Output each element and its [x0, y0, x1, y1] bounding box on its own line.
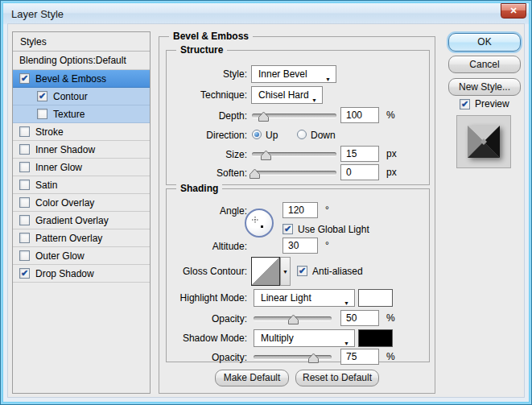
shadow-color-swatch[interactable]	[358, 329, 393, 347]
slider-track[interactable]	[252, 171, 336, 175]
styles-header: Styles	[13, 32, 150, 52]
ok-button[interactable]: OK	[448, 33, 521, 52]
depth-unit: %	[386, 110, 395, 121]
style-row: Style: Inner Bevel ▼	[175, 65, 424, 83]
chevron-down-icon: ▼	[325, 72, 331, 88]
depth-label: Depth:	[175, 110, 247, 122]
altitude-input[interactable]	[282, 238, 318, 254]
checkbox[interactable]	[19, 180, 30, 190]
slider-handle[interactable]	[308, 353, 319, 363]
highlight-opacity-label: Opacity:	[175, 313, 247, 324]
shading-title: Shading	[176, 183, 222, 194]
angle-input[interactable]	[282, 202, 318, 218]
gloss-contour-row: Gloss Contour: ▼ ✔ Anti-aliased	[175, 257, 424, 286]
sidebar-item-texture[interactable]: Texture	[13, 105, 150, 123]
soften-unit: px	[386, 167, 397, 178]
shadow-opacity-slider[interactable]	[254, 352, 332, 363]
depth-input[interactable]	[340, 107, 379, 123]
soften-input[interactable]	[340, 164, 379, 180]
checkbox[interactable]	[19, 197, 30, 208]
soften-slider[interactable]	[252, 167, 336, 179]
sidebar-item-color-overlay[interactable]: Color Overlay	[13, 194, 150, 212]
sidebar-item-blending-options[interactable]: Blending Options:Default	[13, 52, 150, 70]
chevron-down-icon: ▼	[344, 295, 349, 312]
slider-track[interactable]	[254, 355, 332, 359]
checkbox[interactable]	[19, 162, 30, 172]
shadow-mode-label: Shadow Mode:	[175, 333, 247, 344]
highlight-opacity-row: Opacity: %	[175, 310, 424, 328]
make-default-button[interactable]: Make Default	[215, 370, 289, 386]
direction-row: Direction: Up Down	[175, 126, 424, 144]
sidebar-item-inner-glow[interactable]: Inner Glow	[13, 159, 150, 176]
new-style-button[interactable]: New Style...	[448, 78, 521, 96]
highlight-opacity-slider[interactable]	[254, 313, 332, 324]
checkbox[interactable]	[19, 144, 30, 155]
direction-up-radio[interactable]	[252, 130, 262, 139]
layer-style-dialog: Layer Style ✕ Styles Blending Options:De…	[0, 0, 532, 405]
shadow-opacity-input[interactable]	[340, 349, 379, 365]
slider-handle[interactable]	[258, 112, 269, 122]
technique-label: Technique:	[175, 89, 247, 101]
style-label: Style:	[175, 68, 247, 80]
sidebar-item-pattern-overlay[interactable]: Pattern Overlay	[13, 229, 150, 247]
bevel-preview-pyramid	[466, 124, 501, 159]
cancel-button[interactable]: Cancel	[448, 56, 521, 73]
slider-handle[interactable]	[250, 169, 260, 179]
reset-to-default-button[interactable]: Reset to Default	[295, 370, 379, 386]
gloss-contour-dropdown-button[interactable]: ▼	[280, 257, 291, 286]
checkbox[interactable]	[37, 109, 47, 119]
titlebar[interactable]: Layer Style	[3, 3, 529, 24]
altitude-label: Altitude:	[175, 241, 247, 252]
sidebar-item-bevel-emboss[interactable]: ✔ Bevel & Emboss	[13, 70, 150, 88]
highlight-mode-select[interactable]: Linear Light ▼	[254, 289, 355, 307]
highlight-mode-label: Highlight Mode:	[175, 292, 247, 304]
checkbox[interactable]	[19, 233, 30, 243]
direction-label: Direction:	[175, 130, 247, 141]
depth-row: Depth: %	[175, 107, 424, 125]
checkbox[interactable]: ✔	[37, 91, 47, 101]
size-input[interactable]	[340, 146, 379, 162]
size-unit: px	[386, 148, 397, 159]
shadow-opacity-label: Opacity:	[175, 352, 247, 363]
gloss-contour-swatch[interactable]	[251, 257, 280, 286]
style-select[interactable]: Inner Bevel ▼	[251, 65, 336, 83]
preview-toggle: ✔ Preview	[460, 98, 509, 110]
highlight-color-swatch[interactable]	[358, 289, 393, 307]
shadow-mode-select[interactable]: Multiply ▼	[254, 329, 355, 347]
technique-select[interactable]: Chisel Hard ▼	[251, 86, 323, 104]
sidebar-item-contour[interactable]: ✔ Contour	[13, 88, 150, 105]
close-icon: ✕	[509, 6, 517, 15]
direction-down-radio[interactable]	[297, 130, 307, 139]
technique-row: Technique: Chisel Hard ▼	[175, 86, 424, 104]
checkbox[interactable]: ✔	[19, 73, 30, 84]
checkbox[interactable]	[19, 215, 30, 225]
slider-handle[interactable]	[261, 151, 271, 160]
highlight-opacity-input[interactable]	[340, 310, 379, 326]
checkbox[interactable]	[19, 250, 30, 261]
use-global-light-row: ✔ Use Global Light	[175, 223, 424, 236]
checkbox[interactable]	[19, 126, 30, 137]
use-global-light-checkbox[interactable]: ✔	[282, 224, 293, 234]
direction-up-label: Up	[266, 130, 278, 141]
highlight-mode-value: Linear Light	[261, 292, 311, 304]
depth-slider[interactable]	[252, 110, 336, 122]
slider-handle[interactable]	[288, 315, 299, 324]
gloss-contour-label: Gloss Contour:	[175, 266, 247, 277]
sidebar-item-stroke[interactable]: Stroke	[13, 123, 150, 141]
shadow-opacity-row: Opacity: %	[175, 349, 424, 366]
direction-down-label: Down	[311, 130, 336, 141]
checkbox[interactable]: ✔	[19, 268, 30, 279]
close-button[interactable]: ✕	[501, 3, 526, 19]
anti-aliased-checkbox[interactable]: ✔	[297, 266, 307, 276]
sidebar-item-drop-shadow[interactable]: ✔ Drop Shadow	[13, 265, 150, 283]
sidebar-item-outer-glow[interactable]: Outer Glow	[13, 247, 150, 265]
use-global-light-label: Use Global Light	[298, 224, 369, 235]
chevron-down-icon: ▼	[282, 269, 288, 275]
preview-checkbox[interactable]: ✔	[460, 99, 470, 110]
sidebar-item-gradient-overlay[interactable]: Gradient Overlay	[13, 212, 150, 229]
sidebar-item-satin[interactable]: Satin	[13, 176, 150, 194]
sidebar-item-inner-shadow[interactable]: Inner Shadow	[13, 141, 150, 159]
size-slider[interactable]	[252, 149, 336, 160]
size-label: Size:	[175, 149, 247, 160]
shadow-mode-value: Multiply	[261, 333, 294, 344]
